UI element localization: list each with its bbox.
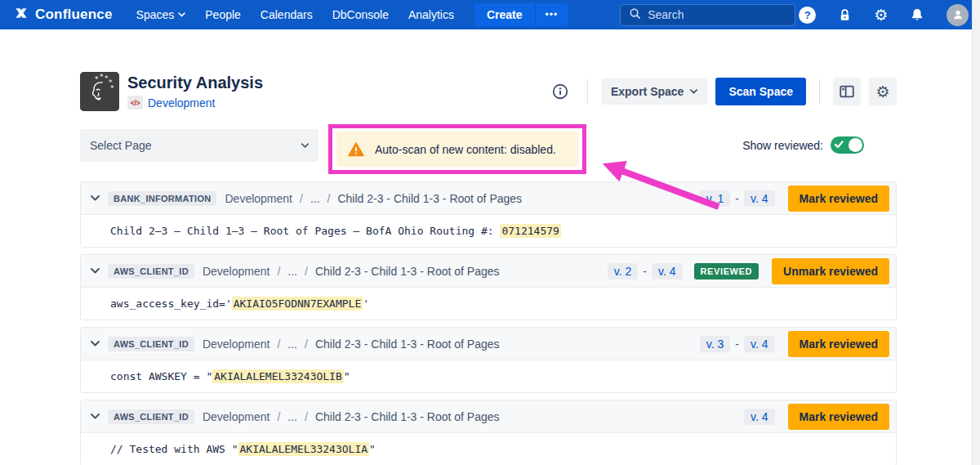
divider (819, 79, 820, 104)
breadcrumb-page-link[interactable]: Child 2-3 - Child 1-3 - Root of Pages (337, 192, 522, 205)
person-icon (951, 8, 964, 21)
settings-button[interactable]: ⚙ (874, 7, 888, 23)
search-bar[interactable] (620, 4, 795, 26)
export-space-button[interactable]: Export Space (601, 78, 707, 105)
nav-item-spaces[interactable]: Spaces (127, 4, 195, 25)
nav-item-label: Calendars (261, 8, 313, 21)
confluence-brand[interactable]: Confluence (13, 5, 113, 25)
nav-item-label: Analytics (408, 8, 454, 21)
breadcrumb-separator: / (305, 265, 308, 278)
select-page-label: Select Page (90, 139, 152, 152)
svg-text:*: * (100, 73, 104, 81)
notifications-button[interactable] (909, 7, 925, 23)
select-page-dropdown[interactable]: Select Page (80, 129, 318, 162)
finding-type-badge: AWS_CLIENT_ID (108, 409, 194, 424)
lock-button[interactable] (837, 7, 853, 23)
collapse-caret-icon[interactable] (91, 341, 100, 347)
user-avatar[interactable] (947, 4, 969, 26)
nav-item-calendars[interactable]: Calendars (252, 4, 322, 25)
show-reviewed-toggle[interactable] (831, 136, 864, 154)
breadcrumb-separator: / (277, 265, 280, 278)
create-button[interactable]: Create (474, 3, 535, 26)
breadcrumb-page-link[interactable]: Child 2-3 - Child 1-3 - Root of Pages (315, 410, 500, 423)
breadcrumb-ellipsis[interactable]: ... (310, 192, 320, 205)
finding-type-badge: AWS_CLIENT_ID (108, 337, 194, 351)
version-chip[interactable]: v. 4 (744, 336, 775, 352)
version-dash: - (735, 338, 739, 351)
show-reviewed-label: Show reviewed: (742, 139, 823, 152)
scan-space-button[interactable]: Scan Space (715, 78, 806, 105)
version-chip[interactable]: v. 4 (744, 190, 775, 207)
gear-icon: ⚙ (875, 84, 889, 100)
finding-header: AWS_CLIENT_ID Development / ... / Child … (81, 400, 896, 433)
check-icon (835, 141, 844, 149)
version-chip[interactable]: v. 3 (700, 336, 731, 352)
version-dash: - (643, 265, 647, 278)
layout-icon (838, 83, 856, 101)
nav-item-people[interactable]: People (196, 4, 250, 25)
brand-name: Confluence (35, 7, 113, 23)
review-action-button[interactable]: Unmark reviewed (772, 258, 889, 284)
finding-header: BANK_INFORMATION Development / ... / Chi… (81, 182, 896, 215)
review-action-button[interactable]: Mark reviewed (788, 404, 890, 430)
breadcrumb: Development / ... / Child 2-3 - Child 1-… (203, 410, 500, 423)
finding-type-badge: BANK_INFORMATION (108, 191, 216, 206)
breadcrumb-space-link[interactable]: Development (203, 265, 270, 278)
search-input[interactable] (648, 8, 786, 21)
info-icon (551, 83, 569, 101)
scrollbar[interactable] (972, 0, 980, 465)
breadcrumb-separator: / (300, 192, 303, 205)
version-dash: - (735, 192, 739, 205)
svg-text:*: * (95, 75, 99, 83)
version-chip[interactable]: v. 4 (652, 263, 683, 279)
collapse-caret-icon[interactable] (91, 268, 100, 274)
version-range: v. 2-v. 4 (608, 263, 683, 279)
breadcrumb-ellipsis[interactable]: ... (287, 338, 297, 351)
finding-type-badge: AWS_CLIENT_ID (108, 264, 194, 279)
info-button[interactable] (546, 78, 574, 105)
breadcrumb-page-link[interactable]: Child 2-3 - Child 1-3 - Root of Pages (315, 265, 500, 278)
code-text: const AWSKEY = " (110, 370, 212, 382)
nav-item-dbconsole[interactable]: DbConsole (323, 4, 398, 25)
chevron-down-icon (178, 12, 185, 17)
nav-item-label: People (205, 8, 241, 21)
finding-card: AWS_CLIENT_ID Development / ... / Child … (80, 254, 897, 320)
review-action-button[interactable]: Mark reviewed (788, 331, 890, 357)
breadcrumb-separator: / (327, 192, 331, 205)
version-chip[interactable]: v. 1 (700, 190, 731, 207)
space-settings-button[interactable]: ⚙ (869, 78, 897, 105)
finding-header: AWS_CLIENT_ID Development / ... / Child … (81, 328, 896, 360)
layout-toggle-button[interactable] (833, 78, 861, 105)
version-range: v. 3-v. 4 (700, 336, 775, 352)
code-text: ' (363, 297, 369, 310)
code-text: " (344, 370, 350, 382)
svg-text:*: * (110, 84, 114, 92)
nav-item-label: DbConsole (332, 8, 389, 21)
nav-item-analytics[interactable]: Analytics (399, 4, 463, 25)
breadcrumb-space-link[interactable]: Development (203, 338, 270, 351)
space-logo: ** ** * (80, 72, 119, 111)
collapse-caret-icon[interactable] (91, 195, 100, 201)
auto-scan-warning: Auto-scan of new content: disabled. (336, 132, 578, 167)
collapse-caret-icon[interactable] (91, 414, 100, 419)
space-link[interactable]: Development (148, 96, 216, 110)
version-chip[interactable]: v. 2 (608, 263, 639, 279)
finding-card: AWS_CLIENT_ID Development / ... / Child … (80, 327, 897, 393)
dev-space-icon: </> (127, 96, 143, 110)
gear-icon: ⚙ (874, 7, 888, 23)
breadcrumb-ellipsis[interactable]: ... (287, 265, 297, 278)
breadcrumb-separator: / (277, 410, 280, 423)
toolbar: Select Page Auto-scan of new content: di… (80, 124, 897, 174)
code-text: // Tested with AWS " (110, 443, 238, 455)
breadcrumb-space-link[interactable]: Development (203, 410, 270, 423)
search-icon (629, 7, 641, 23)
breadcrumb-ellipsis[interactable]: ... (287, 410, 297, 423)
review-action-button[interactable]: Mark reviewed (788, 186, 890, 212)
help-button[interactable]: ? (799, 7, 816, 24)
breadcrumb-space-link[interactable]: Development (225, 192, 292, 205)
page-header: ** ** * Security Analysis </> Developmen… (80, 72, 897, 111)
version-chip[interactable]: v. 4 (744, 409, 775, 425)
breadcrumb-page-link[interactable]: Child 2-3 - Child 1-3 - Root of Pages (315, 338, 500, 351)
show-reviewed-control: Show reviewed: (742, 136, 864, 154)
create-more-button[interactable]: ••• (535, 3, 568, 26)
